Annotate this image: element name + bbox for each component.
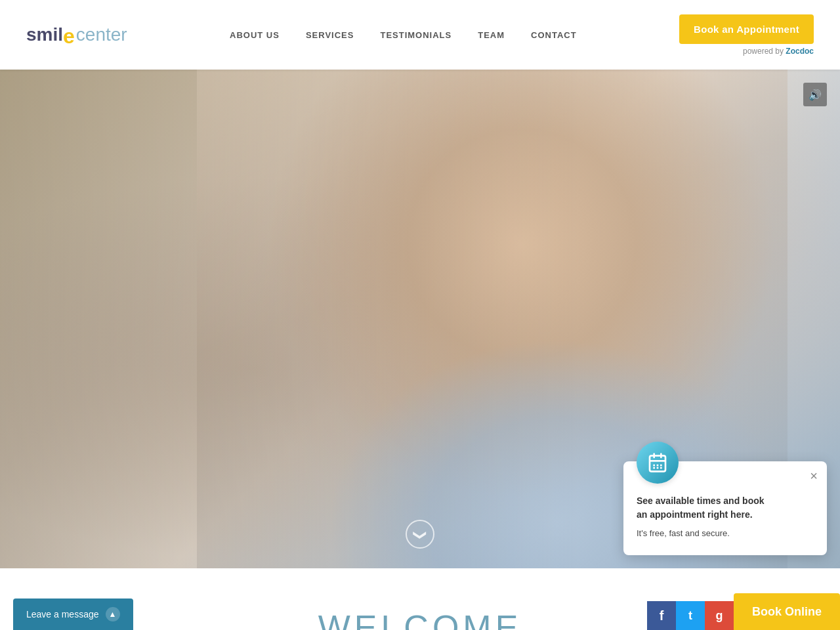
social-icons: f t g (647, 601, 734, 630)
popup-calendar-icon-wrap (637, 442, 679, 484)
popup-close-button[interactable]: × (810, 469, 818, 482)
chevron-down-icon: ❯ (412, 530, 428, 541)
site-header: smile center ABOUT US SERVICES TESTIMONI… (0, 0, 840, 70)
google-icon[interactable]: g (705, 601, 734, 630)
svg-rect-5 (657, 464, 659, 466)
book-online-wrap: Book Online (734, 593, 840, 630)
logo-dot: e (63, 24, 75, 48)
twitter-icon[interactable]: t (676, 601, 705, 630)
nav-services[interactable]: SERVICES (306, 30, 354, 40)
scroll-down-button[interactable]: ❯ (406, 520, 434, 549)
leave-message-label: Leave a message (26, 609, 99, 620)
chevron-up-icon: ▲ (106, 607, 120, 621)
nav-about[interactable]: ABOUT US (230, 30, 280, 40)
svg-rect-0 (650, 455, 665, 471)
svg-rect-7 (653, 467, 655, 469)
logo[interactable]: smile center (26, 24, 127, 45)
header-cta: Book an Appointment powered by Zocdoc (679, 14, 814, 56)
sound-toggle-button[interactable]: 🔊 (803, 83, 827, 106)
main-nav: ABOUT US SERVICES TESTIMONIALS TEAM CONT… (230, 30, 577, 40)
svg-rect-9 (660, 467, 662, 469)
logo-smile: smile (26, 24, 75, 45)
popup-text: See available times and book an appointm… (637, 494, 814, 540)
powered-by-label: powered by Zocdoc (743, 47, 814, 56)
appointment-popup: × See available times and book an appoin… (623, 461, 827, 556)
nav-team[interactable]: TEAM (478, 30, 505, 40)
facebook-icon[interactable]: f (647, 601, 676, 630)
sound-icon: 🔊 (808, 89, 822, 101)
nav-contact[interactable]: CONTACT (531, 30, 577, 40)
svg-rect-8 (657, 467, 659, 469)
popup-description: See available times and book an appointm… (637, 494, 814, 522)
svg-rect-4 (653, 464, 655, 466)
calendar-icon (647, 452, 668, 473)
logo-center: center (76, 24, 127, 45)
popup-free-text: It's free, fast and secure. (637, 527, 814, 540)
nav-testimonials[interactable]: TESTIMONIALS (380, 30, 452, 40)
book-appointment-button[interactable]: Book an Appointment (679, 14, 814, 44)
book-online-button[interactable]: Book Online (734, 593, 840, 630)
hero-section: 🔊 ❯ × See available times and book (0, 70, 840, 568)
svg-rect-6 (660, 464, 662, 466)
leave-message-button[interactable]: Leave a message ▲ (13, 598, 133, 630)
